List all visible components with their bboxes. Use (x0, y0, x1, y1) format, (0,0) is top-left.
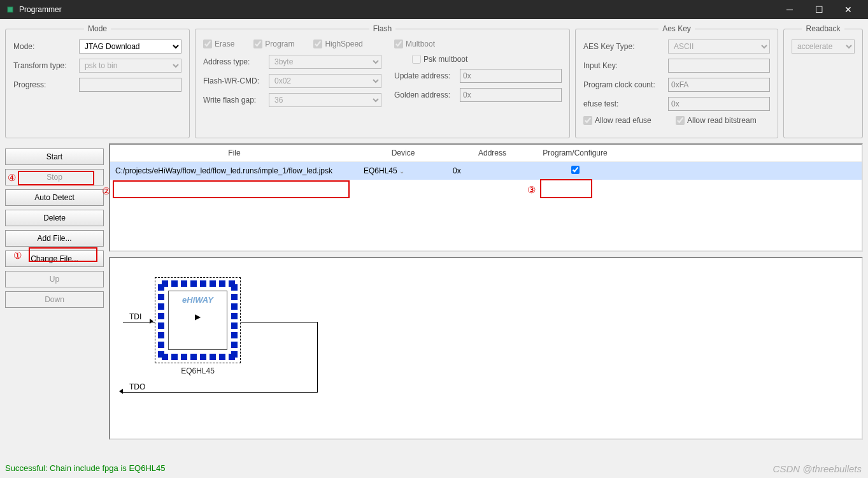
start-button[interactable]: Start (5, 148, 104, 165)
tdo-label: TDO (129, 382, 145, 391)
up-button: Up (5, 271, 104, 287)
transform-type-select: psk to bin (79, 59, 181, 73)
aes-key-type-label: AES Key Type: (583, 42, 663, 51)
maximize-button[interactable]: ☐ (804, 0, 834, 19)
clock-count-field (668, 78, 770, 92)
mode-label: Mode: (13, 42, 74, 51)
action-button-column: Start Stop Auto Detect Delete Add File..… (5, 143, 104, 440)
chip-body: eHiWAY ▶ (168, 291, 227, 350)
cell-program[interactable] (537, 162, 613, 180)
progress-label: Progress: (13, 80, 74, 89)
watermark: CSDN @threebullets (773, 463, 862, 474)
arrow-left-icon (119, 389, 123, 394)
play-icon: ▶ (195, 312, 201, 321)
status-bar: Successful: Chain include fpga is EQ6HL4… (5, 463, 165, 473)
file-table: File Device Address Program/Configure C:… (110, 145, 862, 180)
cell-file: C:/projects/eHiWay/flow_led/flow_led.run… (110, 162, 359, 180)
arrow-right-icon (150, 319, 153, 324)
minimize-button[interactable]: ─ (775, 0, 804, 19)
psk-multboot-checkbox: Psk multboot (412, 55, 473, 64)
stop-button: Stop (5, 169, 104, 185)
clock-count-label: Program clock count: (583, 80, 663, 89)
input-key-label: Input Key: (583, 61, 663, 70)
address-type-select: 3byte (269, 55, 381, 69)
golden-address-field (460, 88, 562, 102)
input-key-field (668, 59, 770, 73)
transform-type-label: Transform type: (13, 61, 74, 70)
down-button: Down (5, 291, 104, 308)
address-type-label: Address type: (203, 57, 264, 66)
chevron-down-icon: ⌄ (399, 168, 404, 175)
flash-wr-cmd-select: 0x02 (269, 74, 381, 88)
aes-key-type-select: ASCII (668, 40, 770, 54)
readback-select: accelerate (792, 40, 855, 54)
file-table-area: File Device Address Program/Configure C:… (109, 143, 863, 252)
change-file-button[interactable]: Change File... (5, 250, 104, 267)
readback-fieldset: Readback accelerate (783, 24, 863, 138)
auto-detect-button[interactable]: Auto Detect (5, 189, 104, 206)
progress-field (79, 78, 181, 92)
chip-name-label: EQ6HL45 (155, 366, 241, 375)
jtag-chain-diagram: TDI eHiWAY ▶ EQ6HL45 TDO (109, 257, 863, 440)
program-configure-checkbox[interactable] (571, 166, 580, 174)
mode-fieldset: Mode Mode: JTAG Download Transform type:… (5, 24, 190, 138)
app-icon (5, 4, 15, 15)
col-address: Address (448, 145, 537, 162)
tdi-label: TDI (129, 312, 141, 321)
mode-legend: Mode (84, 24, 111, 33)
chip-logo: eHiWAY (182, 295, 213, 305)
add-file-button[interactable]: Add File... (5, 230, 104, 247)
update-address-field (460, 69, 562, 83)
window-title: Programmer (19, 5, 775, 14)
cell-device[interactable]: EQ6HL45 ⌄ (359, 162, 448, 180)
write-flash-gap-label: Write flash gap: (203, 96, 264, 105)
allow-read-efuse-checkbox: Allow read efuse (583, 116, 663, 125)
golden-address-label: Golden address: (394, 91, 455, 99)
efuse-test-label: efuse test: (583, 99, 663, 108)
aes-fieldset: Aes Key AES Key Type: ASCII Input Key: P… (575, 24, 778, 138)
col-file: File (110, 145, 359, 162)
close-button[interactable]: ✕ (834, 0, 863, 19)
mode-select[interactable]: JTAG Download (79, 40, 181, 54)
readback-legend: Readback (802, 24, 844, 33)
highspeed-checkbox: HighSpeed (313, 40, 362, 48)
aes-legend: Aes Key (658, 24, 695, 33)
titlebar: Programmer ─ ☐ ✕ (0, 0, 868, 19)
flash-wr-cmd-label: Flash-WR-CMD: (203, 76, 264, 85)
write-flash-gap-select: 36 (269, 93, 381, 107)
chip-outline[interactable]: eHiWAY ▶ (155, 277, 241, 363)
cell-address[interactable]: 0x (448, 162, 537, 180)
update-address-label: Update address: (394, 71, 455, 80)
allow-read-bitstream-checkbox: Allow read bitstream (676, 116, 757, 125)
erase-checkbox: Erase (203, 40, 234, 48)
program-checkbox: Program (253, 40, 294, 48)
flash-legend: Flash (369, 24, 395, 33)
col-device: Device (359, 145, 448, 162)
delete-button[interactable]: Delete (5, 210, 104, 226)
flash-fieldset: Flash Erase Program HighSpeed Address ty… (195, 24, 570, 138)
multboot-checkbox: Multboot (394, 40, 435, 48)
table-row[interactable]: C:/projects/eHiWay/flow_led/flow_led.run… (110, 162, 862, 180)
efuse-test-field (668, 97, 770, 111)
col-program: Program/Configure (537, 145, 613, 162)
svg-rect-0 (8, 7, 13, 12)
